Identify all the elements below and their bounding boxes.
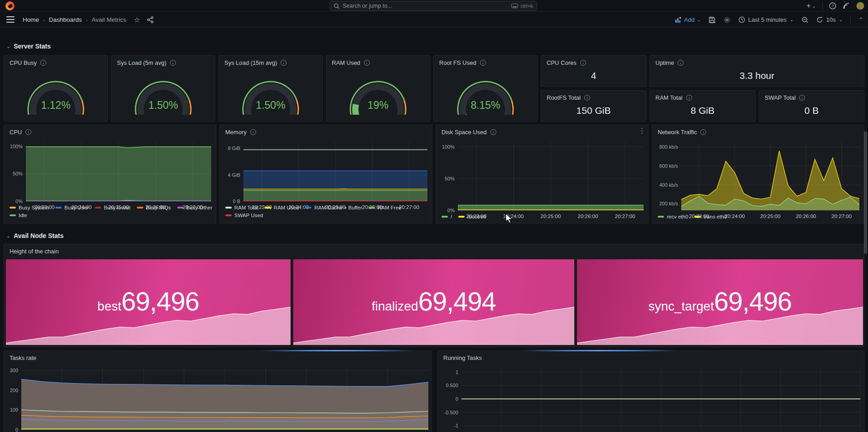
- info-icon[interactable]: i: [490, 129, 496, 135]
- panel-title[interactable]: RAM Totali: [655, 94, 692, 101]
- time-range-picker[interactable]: Last 5 minutes ⌄: [738, 16, 794, 23]
- search-input[interactable]: Search or jump to... ctrl+k: [330, 1, 537, 11]
- legend-item[interactable]: RAM Used: [265, 205, 299, 210]
- add-button[interactable]: Add⌄: [675, 16, 701, 23]
- panel-title[interactable]: Running Tasks: [443, 354, 482, 361]
- panel-title[interactable]: Tasks rate: [10, 354, 36, 361]
- legend-item[interactable]: /boot/efi: [458, 214, 486, 219]
- panel-sysload-5m: Sys Load (5m avg)i 1.50%: [111, 55, 215, 121]
- info-icon[interactable]: i: [584, 95, 590, 101]
- info-icon[interactable]: i: [40, 60, 46, 66]
- panel-title[interactable]: CPUi: [10, 129, 31, 136]
- kebab-menu-icon[interactable]: ⋮: [639, 127, 645, 135]
- info-icon[interactable]: i: [480, 60, 486, 66]
- legend-item[interactable]: RAM Cache + Buffer: [305, 205, 362, 210]
- settings-gear-icon[interactable]: [723, 16, 731, 24]
- zoom-out-icon[interactable]: [801, 16, 809, 24]
- panel-title[interactable]: Disk Space Usedi: [441, 129, 496, 136]
- legend-item[interactable]: Idle: [10, 213, 27, 218]
- info-icon[interactable]: i: [580, 60, 586, 66]
- svg-text:200 kb/s: 200 kb/s: [659, 201, 678, 206]
- panel-title[interactable]: RootFS Totali: [547, 94, 590, 101]
- stat-value: 150 GiB: [541, 105, 646, 116]
- panel-title[interactable]: Network Traffici: [658, 129, 706, 136]
- breadcrumb: Home › Dashboards › Avail Metrics ☆: [23, 12, 154, 27]
- divider: [822, 2, 823, 10]
- panel-title[interactable]: SWAP Totali: [765, 94, 805, 101]
- section-server-stats[interactable]: ⌄ Server Stats: [6, 43, 51, 50]
- info-icon[interactable]: i: [281, 60, 286, 66]
- menu-icon[interactable]: [6, 16, 15, 23]
- panel-title[interactable]: Uptimei: [655, 59, 684, 66]
- info-icon[interactable]: i: [678, 60, 684, 66]
- legend-item[interactable]: /: [441, 214, 452, 219]
- breadcrumb-home[interactable]: Home: [23, 16, 39, 23]
- panel-disk-chart: Disk Space Usedi ⋮ 0%50%100%20:23:0020:2…: [436, 125, 649, 223]
- stat-tile-sync-target[interactable]: sync_target69,496: [577, 259, 863, 345]
- svg-text:0: 0: [15, 427, 18, 432]
- tasks-rate-chart[interactable]: 0100200300: [6, 363, 430, 432]
- grafana-logo-icon[interactable]: [5, 1, 15, 10]
- rss-news-icon[interactable]: [843, 2, 850, 10]
- stat-value: 8 GiB: [650, 105, 755, 116]
- legend-item[interactable]: Busy Other: [177, 205, 213, 210]
- running-tasks-chart[interactable]: -1-0.50000.5001: [440, 363, 862, 432]
- legend-item[interactable]: recv eth0: [658, 214, 688, 219]
- svg-text:1: 1: [456, 369, 458, 375]
- legend-item[interactable]: RAM Free: [369, 205, 401, 210]
- keyboard-icon: [511, 4, 518, 8]
- stat-tile-finalized[interactable]: finalized69,494: [293, 259, 574, 345]
- panel-title[interactable]: Sys Load (15m avg)i: [224, 59, 286, 66]
- collapse-toolbar-icon[interactable]: ⌃: [858, 16, 863, 23]
- user-avatar[interactable]: [856, 2, 864, 10]
- svg-text:8 GiB: 8 GiB: [228, 146, 240, 151]
- legend-item[interactable]: Busy User: [55, 205, 88, 210]
- section-avail-node-stats[interactable]: ⌄ Avail Node Stats: [6, 232, 63, 239]
- chevron-down-icon: ⌄: [790, 17, 793, 22]
- panel-rootfs-total: RootFS Totali 150 GiB: [541, 90, 646, 121]
- panel-title[interactable]: CPU Busyi: [10, 59, 46, 66]
- legend-item[interactable]: RAM Total: [225, 205, 258, 210]
- shortcut-hint: ctrl+k: [511, 3, 533, 9]
- stat-text: finalized69,494: [293, 286, 574, 316]
- save-icon[interactable]: [708, 16, 716, 24]
- panel-title[interactable]: CPU Coresi: [547, 59, 586, 66]
- svg-text:800 kb/s: 800 kb/s: [659, 144, 678, 150]
- help-icon[interactable]: ?: [829, 2, 836, 10]
- info-icon[interactable]: i: [250, 129, 256, 135]
- legend-item[interactable]: Busy IRQs: [137, 205, 171, 210]
- panel-uptime: Uptimei 3.3 hour: [650, 55, 864, 87]
- panel-title[interactable]: Root FS Usedi: [439, 59, 486, 66]
- star-icon[interactable]: ☆: [134, 16, 140, 24]
- legend-item[interactable]: Busy Iowait: [95, 205, 131, 210]
- chevron-down-icon: ⌄: [839, 17, 843, 22]
- new-button[interactable]: +⌄: [806, 2, 816, 10]
- info-icon[interactable]: i: [799, 95, 805, 101]
- panel-title[interactable]: Memoryi: [225, 129, 256, 136]
- scrollbar[interactable]: [864, 131, 867, 254]
- panel-title[interactable]: RAM Usedi: [332, 59, 370, 66]
- panel-title[interactable]: Sys Load (5m avg)i: [117, 59, 176, 66]
- top-nav-bar: Search or jump to... ctrl+k +⌄ ?: [0, 0, 868, 12]
- info-icon[interactable]: i: [364, 60, 370, 66]
- info-icon[interactable]: i: [700, 129, 706, 135]
- legend-item[interactable]: Busy System: [10, 205, 49, 210]
- panel-title[interactable]: Height of the chain: [10, 248, 58, 255]
- add-panel-icon: [675, 17, 682, 23]
- stat-tile-best[interactable]: best69,496: [6, 259, 291, 345]
- dashboard-toolbar: Home › Dashboards › Avail Metrics ☆ Add⌄…: [0, 12, 868, 27]
- info-icon[interactable]: i: [686, 95, 692, 101]
- legend-item[interactable]: SWAP Used: [225, 213, 263, 218]
- network-chart[interactable]: 200 kb/s400 kb/s600 kb/s800 kb/s20:23:00…: [656, 138, 862, 223]
- cpu-chart[interactable]: 0%50%100%20:23:0020:24:0020:25:0020:26:0…: [8, 138, 214, 214]
- info-icon[interactable]: i: [25, 129, 31, 135]
- info-icon[interactable]: i: [170, 60, 176, 66]
- chevron-down-icon: ⌄: [6, 44, 10, 49]
- breadcrumb-dashboards[interactable]: Dashboards: [49, 16, 82, 23]
- gauge-value: 1.50%: [219, 99, 322, 112]
- refresh-picker[interactable]: 10s ⌄: [816, 16, 843, 23]
- share-icon[interactable]: [147, 16, 154, 23]
- memory-chart[interactable]: 0 B4 GiB8 GiB20:23:0020:24:0020:25:0020:…: [223, 138, 430, 214]
- disk-chart[interactable]: 0%50%100%20:23:0020:24:0020:25:0020:26:0…: [440, 138, 646, 223]
- legend-item[interactable]: trans eth0: [694, 214, 727, 219]
